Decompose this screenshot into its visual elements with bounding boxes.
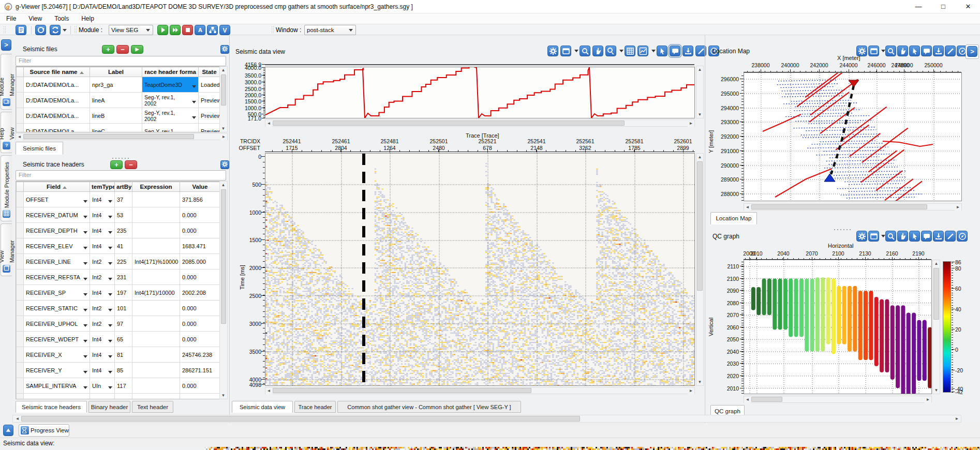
header-cell-byte[interactable]: 235 xyxy=(115,223,132,238)
header-cell-expression[interactable] xyxy=(132,207,180,223)
stop-button[interactable] xyxy=(182,25,193,35)
scroll-up-arrow[interactable]: ▲ xyxy=(220,182,227,188)
scroll-left-arrow[interactable]: ◄ xyxy=(265,387,272,394)
headers-row-sample_interva[interactable]: SAMPLE_INTERVAUIn1170.000 xyxy=(17,378,220,394)
scroll-right-arrow[interactable]: ► xyxy=(955,204,961,211)
header-cell-expression[interactable]: Int4(171)%10000 xyxy=(132,254,180,269)
map-tool-dropdown-arrow[interactable] xyxy=(881,50,885,52)
qc-plot-svg[interactable] xyxy=(744,260,931,394)
scroll-up-arrow[interactable]: ▲ xyxy=(696,66,703,73)
header-cell-type[interactable]: Int4 xyxy=(90,285,115,301)
progress-view-button[interactable]: Progress View xyxy=(19,424,69,437)
qc-tool-hand-icon[interactable] xyxy=(897,231,908,242)
files-cell-format-dropdown[interactable]: TeapotDome3D xyxy=(142,77,199,93)
headers-row-receiver_wdept[interactable]: RECEIVER_WDEPTInt4650.000 xyxy=(17,332,220,347)
header-cell-expression[interactable] xyxy=(132,316,180,332)
view-tool-cursor-icon[interactable] xyxy=(657,46,667,56)
header-cell-type[interactable]: Int4 xyxy=(90,207,115,223)
scroll-up-arrow[interactable]: ▲ xyxy=(220,67,227,73)
header-cell-field[interactable]: RECEIVER_WDEPT xyxy=(24,332,90,347)
scroll-left-arrow[interactable]: ◄ xyxy=(14,415,21,422)
scroll-thumb[interactable] xyxy=(221,189,226,324)
files-table-vscroll[interactable]: ▲▼ xyxy=(219,66,228,132)
close-button[interactable]: ✕ xyxy=(957,0,979,13)
header-cell-type[interactable]: Int4 xyxy=(90,223,115,238)
files-col-1[interactable]: Label xyxy=(90,67,142,77)
files-tab[interactable]: Seismic files xyxy=(16,142,63,155)
scroll-down-arrow[interactable]: ▼ xyxy=(696,111,703,118)
header-cell-field[interactable]: RECEIVER_X xyxy=(24,347,90,363)
files-filter-input[interactable]: Filter xyxy=(16,56,226,66)
header-cell-type[interactable]: Int4 xyxy=(90,363,115,378)
map-tool-hand-icon[interactable] xyxy=(897,46,908,56)
header-cell-field[interactable]: RECEIVER_REFSTA xyxy=(24,269,90,285)
scroll-down-arrow[interactable]: ▼ xyxy=(220,125,227,132)
files-cell-source[interactable]: D:/DATA/DEMO/La... xyxy=(24,77,90,93)
header-cell-type[interactable]: Int2 xyxy=(90,254,115,269)
header-cell-field[interactable]: RECEIVER_STATIC xyxy=(24,301,90,316)
header-cell-expression[interactable] xyxy=(132,347,180,363)
scroll-thumb[interactable] xyxy=(697,161,703,291)
scroll-up-arrow[interactable]: ▲ xyxy=(933,260,940,267)
header-cell-field[interactable]: RECEIVER_DEPTH xyxy=(24,223,90,238)
qc-hscroll[interactable]: ◄► xyxy=(744,396,932,403)
scroll-left-arrow[interactable]: ◄ xyxy=(744,204,751,211)
view-tool-hand-icon[interactable] xyxy=(592,46,603,56)
scroll-thumb[interactable] xyxy=(933,268,939,320)
scroll-down-arrow[interactable]: ▼ xyxy=(696,379,703,385)
headers-table-vscroll[interactable]: ▲▼ xyxy=(219,181,228,399)
view-tool-zoomcursor-icon[interactable] xyxy=(605,46,616,56)
seismic-image-canvas[interactable] xyxy=(265,154,694,385)
seismic-hscroll[interactable]: ◄► xyxy=(265,387,695,394)
center-tab-0[interactable]: Seismic data view xyxy=(232,401,293,413)
files-cell-format-dropdown[interactable]: Seg-Y, rev.1, 2002 xyxy=(142,108,199,124)
maximize-button[interactable]: □ xyxy=(932,0,955,13)
scroll-up-arrow[interactable]: ▲ xyxy=(696,154,703,160)
headers-row-receiver_uphol[interactable]: RECEIVER_UPHOLInt2970.000 xyxy=(17,316,220,332)
expand-panel-button[interactable]: > xyxy=(1,39,11,51)
headers-col-0[interactable]: Field xyxy=(24,182,90,192)
seismic-vscroll[interactable]: ▲▼ xyxy=(696,153,704,386)
window-select[interactable]: post-stack xyxy=(304,25,356,35)
headers-tab-2[interactable]: Text header xyxy=(132,401,173,413)
header-cell-field[interactable]: RECEIVER_ELEV xyxy=(24,238,90,254)
qc-tool-dropdown-arrow[interactable] xyxy=(881,235,885,237)
headers-col-2[interactable]: artBy xyxy=(115,182,132,192)
map-tool-bubble-icon[interactable] xyxy=(921,46,932,56)
headers-settings-button[interactable] xyxy=(220,160,229,169)
header-cell-type[interactable]: UIn xyxy=(90,394,115,400)
files-cell-format-dropdown[interactable]: Seg-Y, rev.1, 2002 xyxy=(142,93,199,108)
header-cell-expression[interactable] xyxy=(132,332,180,347)
refresh-button[interactable] xyxy=(50,25,61,35)
sidebar-tab-module-manager[interactable]: Module Manager xyxy=(1,54,12,110)
files-table-hscroll[interactable]: ◄► xyxy=(16,133,228,140)
files-settings-button[interactable] xyxy=(220,45,229,54)
header-cell-byte[interactable]: 97 xyxy=(115,316,132,332)
files-cell-format-dropdown[interactable]: Seg-Y, rev.1, xyxy=(142,124,199,133)
location-map-svg[interactable] xyxy=(744,73,961,201)
scroll-thumb[interactable] xyxy=(21,416,580,422)
files-col-3[interactable]: State xyxy=(199,67,220,77)
qc-vscroll[interactable]: ▲▼ xyxy=(932,260,940,394)
menu-tools[interactable]: Tools xyxy=(48,13,75,24)
headers-row-receiver_datum[interactable]: RECEIVER_DATUMInt4530.000 xyxy=(17,207,220,223)
expand-progress-button[interactable] xyxy=(3,425,13,436)
scroll-thumb[interactable] xyxy=(273,388,531,393)
scroll-left-arrow[interactable]: ◄ xyxy=(744,396,751,403)
header-cell-type[interactable]: Int4 xyxy=(90,238,115,254)
headers-col-1[interactable]: temType xyxy=(90,182,115,192)
sidebar-tab-view-manager[interactable]: View Manager xyxy=(1,223,12,276)
sidebar-tab-help-view[interactable]: Help View? xyxy=(1,112,12,153)
refresh-dropdown-arrow[interactable] xyxy=(63,29,67,32)
header-cell-type[interactable]: Int4 xyxy=(90,192,115,207)
header-cell-byte[interactable]: 85 xyxy=(115,363,132,378)
header-cell-field[interactable]: RECEIVER_SP xyxy=(24,285,90,301)
header-cell-byte[interactable]: 117 xyxy=(115,378,132,394)
scroll-right-arrow[interactable]: ► xyxy=(954,415,960,422)
view-tool-gear-icon[interactable] xyxy=(547,46,558,56)
minimize-button[interactable]: — xyxy=(907,0,930,13)
headers-col-3[interactable]: Expression xyxy=(132,182,180,192)
headers-row-receiver_static[interactable]: RECEIVER_STATICInt21010.000 xyxy=(17,301,220,316)
scroll-thumb[interactable] xyxy=(751,397,782,402)
header-cell-field[interactable]: RECEIVER_UPHOL xyxy=(24,316,90,332)
